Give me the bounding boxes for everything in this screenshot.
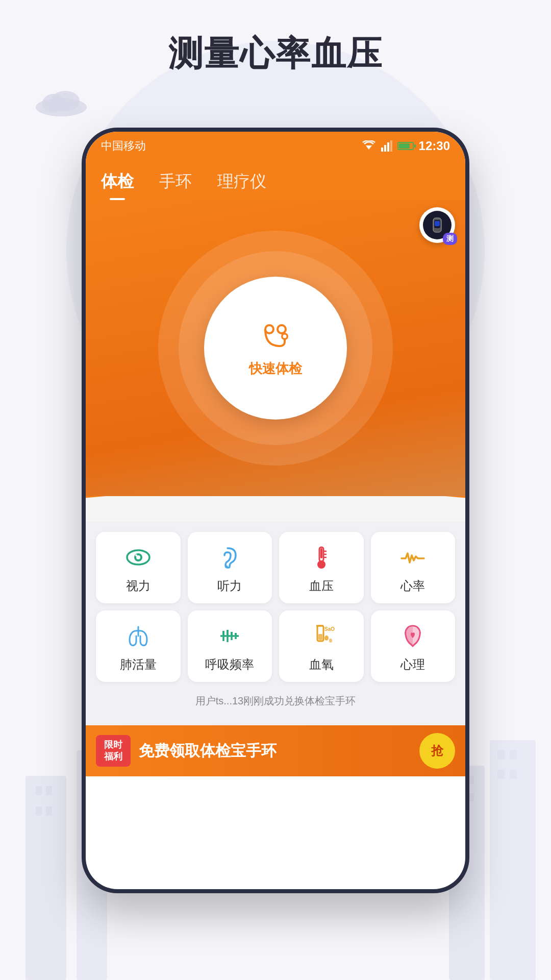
vision-label: 视力	[126, 578, 151, 594]
status-icons: 12:30	[362, 139, 450, 153]
svg-point-29	[278, 325, 286, 333]
app-header: 体检 手环 理疗仪	[86, 160, 465, 200]
cloud-icon	[31, 87, 92, 117]
lung-icon	[125, 623, 152, 649]
signal-icon	[381, 140, 392, 152]
svg-point-63	[324, 635, 329, 641]
battery-icon	[397, 142, 414, 150]
svg-rect-34	[435, 221, 440, 226]
phone-screen: 中国移动 12:30	[86, 132, 465, 889]
svg-rect-19	[510, 770, 517, 779]
feature-blood-oxygen[interactable]: SaO2 血氧	[279, 610, 364, 682]
svg-point-28	[265, 325, 273, 333]
device-badge[interactable]: 测	[419, 207, 455, 243]
feature-heart-rate[interactable]: 心率	[371, 532, 456, 603]
svg-rect-41	[320, 548, 322, 558]
hero-area: 快速体检 测	[86, 200, 465, 496]
bp-label: 血压	[309, 578, 334, 594]
svg-marker-23	[366, 145, 372, 150]
mental-label: 心理	[400, 656, 425, 673]
wave-separator	[86, 496, 465, 522]
tab-li-liao-yi[interactable]: 理疗仪	[217, 170, 266, 200]
phone-mockup: 中国移动 12:30	[82, 128, 469, 893]
svg-rect-1	[36, 786, 42, 795]
svg-point-22	[51, 91, 80, 111]
feature-grid-row1: 视力 听力	[96, 532, 455, 603]
notification-text: 用户ts...13刚刚成功兑换体检宝手环	[195, 695, 356, 706]
quick-exam-button[interactable]: 快速体检	[204, 277, 347, 420]
svg-point-38	[135, 554, 137, 556]
eye-icon	[125, 544, 152, 571]
breathing-label: 呼吸频率	[205, 656, 254, 673]
status-bar: 中国移动 12:30	[86, 132, 465, 160]
feature-lung[interactable]: 肺活量	[96, 610, 181, 682]
wifi-icon	[362, 140, 376, 152]
carrier-label: 中国移动	[101, 138, 146, 154]
svg-point-31	[283, 334, 287, 338]
hero-label: 快速体检	[249, 360, 302, 378]
stethoscope-icon	[255, 319, 296, 360]
page-title: 测量心率血压	[0, 31, 551, 77]
status-time: 12:30	[419, 139, 450, 153]
wave-svg	[86, 496, 465, 522]
device-badge-label: 测	[443, 233, 457, 245]
promo-banner[interactable]: 限时 福利 免费领取体检宝手环 抢	[86, 725, 465, 776]
svg-rect-26	[387, 142, 389, 152]
svg-rect-2	[46, 786, 52, 795]
promo-grab-button[interactable]: 抢	[419, 733, 455, 769]
feature-vision[interactable]: 视力	[96, 532, 181, 603]
blood-oxygen-label: 血氧	[309, 656, 334, 673]
band-icon	[428, 216, 446, 234]
svg-rect-60	[318, 634, 322, 640]
svg-point-64	[329, 639, 332, 643]
svg-text:SaO2: SaO2	[324, 626, 335, 632]
ear-icon	[216, 544, 243, 571]
svg-rect-18	[497, 770, 505, 779]
blood-oxygen-icon: SaO2	[308, 623, 335, 649]
thermometer-icon	[308, 544, 335, 571]
svg-rect-27	[390, 140, 392, 152]
feature-mental[interactable]: 心理	[371, 610, 456, 682]
nav-tabs: 体检 手环 理疗仪	[101, 170, 450, 200]
promo-badge: 限时 福利	[96, 735, 131, 767]
svg-rect-25	[384, 145, 386, 152]
feature-blood-pressure[interactable]: 血压	[279, 532, 364, 603]
feature-breathing[interactable]: 呼吸频率	[188, 610, 272, 682]
svg-rect-17	[510, 750, 517, 760]
svg-rect-24	[381, 148, 383, 152]
heart-rate-label: 心率	[400, 578, 425, 594]
feature-grid-container: 视力 听力	[86, 522, 465, 725]
svg-rect-16	[497, 750, 505, 760]
svg-point-39	[226, 566, 228, 568]
promo-text: 免费领取体检宝手环	[139, 741, 419, 762]
lung-label: 肺活量	[120, 656, 157, 673]
feature-hearing[interactable]: 听力	[188, 532, 272, 603]
ecg-icon	[399, 544, 426, 571]
svg-rect-3	[36, 806, 42, 816]
svg-point-42	[317, 560, 325, 569]
mental-icon	[399, 623, 426, 649]
tab-shou-huan[interactable]: 手环	[159, 170, 192, 200]
svg-rect-4	[46, 806, 52, 816]
feature-grid-row2: 肺活量	[96, 610, 455, 682]
hearing-label: 听力	[217, 578, 242, 594]
svg-rect-0	[26, 776, 66, 980]
notification-bar: 用户ts...13刚刚成功兑换体检宝手环	[96, 689, 455, 715]
breathing-icon	[216, 623, 243, 649]
tab-ti-jian[interactable]: 体检	[101, 170, 134, 200]
